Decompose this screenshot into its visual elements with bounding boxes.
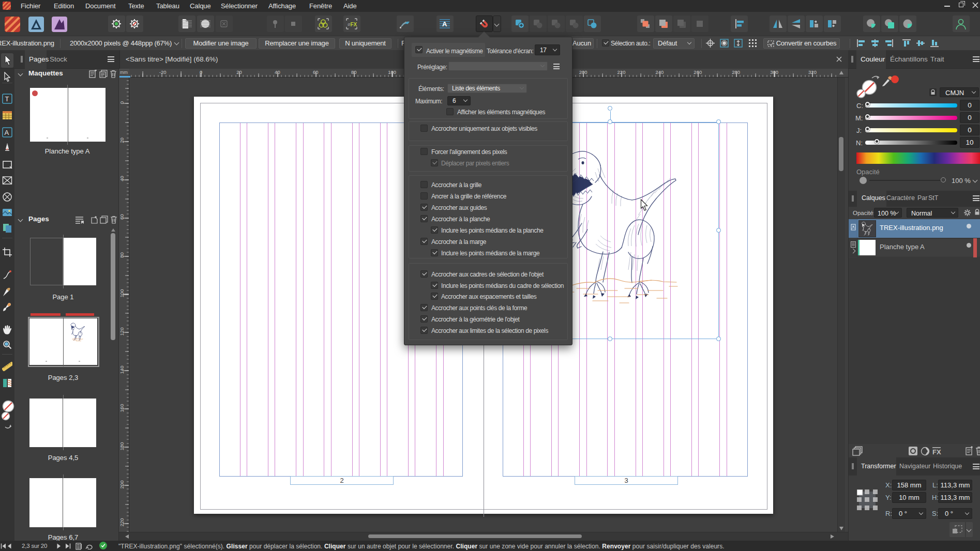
svg-text:FX: FX bbox=[932, 448, 941, 456]
svg-text:FX: FX bbox=[351, 22, 357, 27]
svg-text:A: A bbox=[5, 129, 9, 136]
svg-text:T: T bbox=[5, 95, 9, 103]
svg-text:A: A bbox=[442, 20, 447, 28]
